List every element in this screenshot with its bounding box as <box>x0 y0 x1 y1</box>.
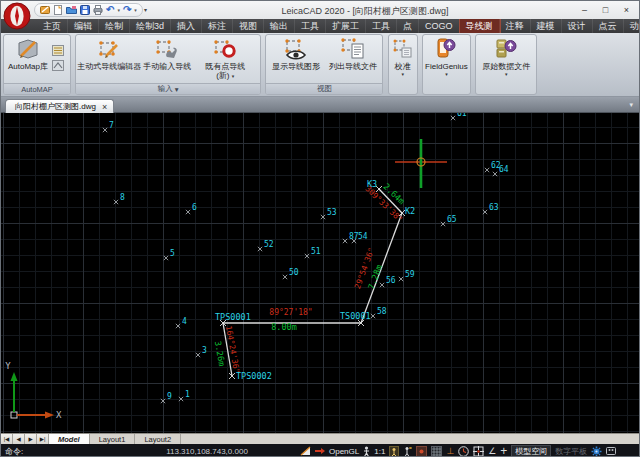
point-label-56[interactable]: 56 <box>386 276 396 285</box>
menu-tab-12[interactable]: COGO <box>419 19 460 33</box>
point-label-52[interactable]: 52 <box>264 240 274 249</box>
time-icon[interactable] <box>458 446 469 457</box>
redo-dropdown-icon[interactable]: ▾ <box>134 7 137 13</box>
point-label-53[interactable]: 53 <box>327 208 337 217</box>
point-label-7[interactable]: 7 <box>109 121 114 130</box>
document-tab-close-icon[interactable]: × <box>102 102 107 112</box>
point-marker-6[interactable] <box>186 210 190 214</box>
menu-tab-10[interactable]: 工具 <box>366 19 397 33</box>
point-label-1[interactable]: 1 <box>185 390 190 399</box>
new-file-icon[interactable] <box>53 5 63 15</box>
manual-input-traverse-button[interactable]: 手动输入导线 <box>141 35 193 83</box>
document-tab-list-icon[interactable]: ▾ <box>629 101 633 109</box>
point-label-65[interactable]: 65 <box>447 215 457 224</box>
point-label-4[interactable]: 4 <box>182 317 187 326</box>
automap-library-button[interactable]: AutoMap库 <box>5 35 51 83</box>
document-tab[interactable]: 向阳村棚户区测图.dwg × <box>5 99 114 113</box>
application-menu-logo[interactable] <box>3 2 31 30</box>
point-marker-62[interactable] <box>485 168 489 172</box>
qat-drawing-icon[interactable] <box>40 5 50 15</box>
calibrate-button[interactable]: 校准 ▾ <box>390 35 416 94</box>
layout-nav-button-1[interactable]: ◀ <box>13 434 25 444</box>
point-marker-52[interactable] <box>258 247 262 251</box>
point-label-51[interactable]: 51 <box>311 247 321 256</box>
station-label-TS0001[interactable]: TS0001 <box>340 311 371 321</box>
station-label-TPS0002[interactable]: TPS0002 <box>236 371 272 381</box>
point-marker-1[interactable] <box>179 397 183 401</box>
menu-tab-4[interactable]: 插入 <box>171 19 202 33</box>
point-label-54[interactable]: 54 <box>358 232 368 241</box>
panel-label-view[interactable]: 视图 <box>266 83 382 94</box>
command-prompt[interactable]: 命令: <box>5 446 23 457</box>
point-marker-65[interactable] <box>441 222 445 226</box>
minimize-button[interactable]: – <box>574 1 595 18</box>
undo-icon[interactable]: ↶ <box>106 5 114 15</box>
point-label-50[interactable]: 50 <box>289 268 299 277</box>
point-marker-4[interactable] <box>176 324 180 328</box>
point-label-3[interactable]: 3 <box>202 346 207 355</box>
existing-point-traverse-button[interactable]: 既有点导线 (新) ▾ <box>193 35 257 83</box>
renderer-label[interactable]: OpenGL <box>329 447 359 456</box>
point-label-58[interactable]: 58 <box>377 307 387 316</box>
point-label-61[interactable]: 61 <box>457 113 467 118</box>
menu-tab-1[interactable]: 编辑 <box>68 19 99 33</box>
station-label-K2[interactable]: K2 <box>405 206 415 216</box>
menu-tab-6[interactable]: 视图 <box>233 19 264 33</box>
menu-tab-3[interactable]: 绘制3d <box>130 19 171 33</box>
menu-tab-13[interactable]: 导线测 <box>460 19 500 33</box>
list-traverse-file-button[interactable]: 列出导线文件 <box>324 35 381 83</box>
point-label-6[interactable]: 6 <box>192 203 197 212</box>
menu-tab-15[interactable]: 建模 <box>531 19 562 33</box>
layout-tab-layout1[interactable]: Layout1 <box>90 434 136 444</box>
qat-customize-icon[interactable]: ▾ <box>144 6 147 13</box>
raw-data-file-button[interactable]: 原始数据文件 ▾ <box>477 35 535 94</box>
menu-tab-5[interactable]: 标注 <box>202 19 233 33</box>
perpendicular-snap-icon[interactable]: ⊥ <box>446 447 454 456</box>
redo-icon[interactable]: ↷ <box>123 5 131 15</box>
draw-order-icon[interactable] <box>300 446 311 456</box>
autoscale-icon[interactable] <box>403 446 412 457</box>
point-marker-87[interactable] <box>343 239 347 243</box>
drawing-viewport[interactable]: 786535251550439161626463658754565958TPS0… <box>1 113 640 433</box>
active-traverse-editor-button[interactable]: 主动式导线编辑器 <box>77 35 141 83</box>
menu-tab-14[interactable]: 注释 <box>500 19 531 33</box>
model-space-button[interactable]: 模型空间 <box>511 445 551 457</box>
layout-nav-button-0[interactable]: |◀ <box>1 434 13 444</box>
point-label-8[interactable]: 8 <box>120 193 125 202</box>
hardware-grid-icon[interactable] <box>431 446 442 457</box>
point-marker-7[interactable] <box>103 128 107 132</box>
menu-tab-2[interactable]: 绘制 <box>99 19 130 33</box>
annotation-scale-label[interactable]: 1:1 <box>374 447 385 456</box>
trace-arrow-icon[interactable] <box>315 447 325 455</box>
point-marker-63[interactable] <box>483 210 487 214</box>
point-marker-3[interactable] <box>196 353 200 357</box>
menu-tab-11[interactable]: 点 <box>397 19 419 33</box>
plot-icon[interactable] <box>93 5 103 15</box>
layout-tab-layout2[interactable]: Layout2 <box>135 434 181 444</box>
point-marker-9[interactable] <box>161 399 165 403</box>
station-label-TPS0001[interactable]: TPS0001 <box>215 312 251 322</box>
point-marker-58[interactable] <box>371 314 375 318</box>
point-marker-50[interactable] <box>283 275 287 279</box>
point-marker-59[interactable] <box>399 277 403 281</box>
point-marker-61[interactable] <box>451 116 455 120</box>
snap-target-icon[interactable] <box>473 446 484 457</box>
menu-tab-9[interactable]: 扩展工 <box>326 19 366 33</box>
maximize-button[interactable]: □ <box>595 1 616 18</box>
menu-tab-0[interactable]: 主页 <box>37 19 68 33</box>
annotation-visibility-icon[interactable] <box>389 446 399 457</box>
digitizer-label[interactable]: 数字平板 <box>555 446 587 457</box>
layout-nav-button-3[interactable]: ▶| <box>37 434 49 444</box>
menu-tab-16[interactable]: 设计 <box>562 19 593 33</box>
panel-label-input[interactable]: 输入▾ <box>76 83 260 94</box>
point-marker-53[interactable] <box>321 215 325 219</box>
panel-label-automap[interactable]: AutoMAP <box>4 83 70 94</box>
walk-person-icon[interactable] <box>363 446 370 457</box>
point-marker-8[interactable] <box>114 200 118 204</box>
menu-tab-18[interactable]: 动画 <box>624 19 639 33</box>
menu-tab-8[interactable]: 工具 <box>295 19 326 33</box>
isolate-objects-icon[interactable] <box>416 446 427 457</box>
point-marker-5[interactable] <box>164 256 168 260</box>
point-label-63[interactable]: 63 <box>489 203 499 212</box>
fieldgenius-button[interactable]: FieldGenius ▾ <box>424 35 469 94</box>
